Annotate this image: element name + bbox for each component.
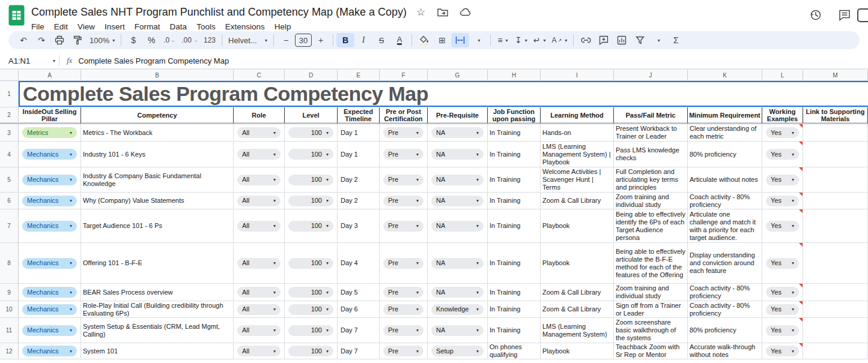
minimum-requirement-cell-r8[interactable]: Display understanding and conviction aro… bbox=[688, 243, 762, 284]
certification-dropdown-r3[interactable]: Pre▾ bbox=[380, 124, 428, 142]
certification-dropdown-r11[interactable]: Pre▾ bbox=[380, 318, 428, 343]
working-examples-dropdown-r5[interactable]: Yes▾ bbox=[762, 167, 803, 193]
header-cell-F[interactable]: Pre or Post Certification bbox=[380, 107, 428, 124]
pillar-dropdown-r11[interactable]: Mechanics▾ bbox=[19, 318, 81, 343]
supporting-materials-cell-r4[interactable] bbox=[803, 142, 868, 167]
certification-dropdown[interactable]: Pre▾ bbox=[383, 196, 423, 206]
column-header-G[interactable]: G bbox=[428, 70, 488, 81]
header-cell-E[interactable]: Expected Timeline bbox=[338, 107, 380, 124]
prerequisite-dropdown-r9[interactable]: NA▾ bbox=[428, 284, 488, 301]
supporting-materials-cell-r6[interactable] bbox=[803, 193, 868, 209]
name-box[interactable]: A1:N1▾ bbox=[8, 56, 59, 65]
header-cell-H[interactable]: Job Function upon passing bbox=[488, 107, 541, 124]
prerequisite-dropdown[interactable]: NA▾ bbox=[431, 149, 484, 160]
column-header-E[interactable]: E bbox=[338, 70, 380, 81]
row-header-9[interactable]: 9 bbox=[0, 284, 19, 301]
learning-method-cell-r3[interactable]: Hands-on bbox=[541, 124, 614, 142]
vertical-align-button[interactable]: ↧▾ bbox=[512, 33, 530, 47]
pass-fail-metric-cell-r7[interactable]: Being able to effectively identify the 6… bbox=[614, 209, 688, 243]
select-all-corner[interactable] bbox=[0, 70, 19, 81]
job-function-cell-r5[interactable]: In Training bbox=[488, 167, 541, 193]
expected-timeline-cell-r5[interactable]: Day 2 bbox=[338, 167, 380, 193]
pillar-dropdown[interactable]: Mechanics▾ bbox=[22, 149, 77, 160]
certification-dropdown-r9[interactable]: Pre▾ bbox=[380, 284, 428, 301]
prerequisite-dropdown-r7[interactable]: NA▾ bbox=[428, 209, 488, 243]
row-header-7[interactable]: 7 bbox=[0, 209, 19, 243]
learning-method-cell-r10[interactable]: Zoom & Call Library bbox=[541, 301, 614, 318]
column-header-D[interactable]: D bbox=[285, 70, 338, 81]
working-examples-dropdown[interactable]: Yes▾ bbox=[766, 149, 799, 160]
level-dropdown[interactable]: 100▾ bbox=[288, 175, 333, 185]
menu-help[interactable]: Help bbox=[270, 21, 296, 32]
minimum-requirement-cell-r4[interactable]: 80% proficiency bbox=[688, 142, 762, 167]
role-dropdown-r12[interactable]: All▾ bbox=[234, 343, 285, 359]
column-header-H[interactable]: H bbox=[488, 70, 541, 81]
prerequisite-dropdown[interactable]: NA▾ bbox=[431, 175, 484, 185]
prerequisite-dropdown-r11[interactable]: NA▾ bbox=[428, 318, 488, 343]
supporting-materials-cell-r3[interactable] bbox=[803, 124, 868, 142]
job-function-cell-r3[interactable]: In Training bbox=[488, 124, 541, 142]
pillar-dropdown[interactable]: Mechanics▾ bbox=[22, 304, 77, 315]
row-header-2[interactable]: 2 bbox=[0, 107, 19, 124]
pillar-dropdown[interactable]: Mechanics▾ bbox=[22, 196, 77, 206]
competency-cell-r8[interactable]: Offering 101 - B-F-E bbox=[81, 243, 234, 284]
column-header-F[interactable]: F bbox=[380, 70, 428, 81]
merge-cells-button[interactable] bbox=[451, 33, 469, 47]
document-title[interactable]: Complete Sales NHT Program Punchlist and… bbox=[31, 6, 407, 19]
move-to-folder-icon[interactable] bbox=[437, 8, 448, 17]
row-header-3[interactable]: 3 bbox=[0, 124, 19, 142]
row-header-10[interactable]: 10 bbox=[0, 301, 19, 318]
certification-dropdown[interactable]: Pre▾ bbox=[383, 258, 423, 269]
horizontal-align-button[interactable]: ≡▾ bbox=[494, 33, 512, 47]
prerequisite-dropdown-r4[interactable]: NA▾ bbox=[428, 142, 488, 167]
column-header-A[interactable]: A bbox=[19, 70, 81, 81]
working-examples-dropdown[interactable]: Yes▾ bbox=[766, 346, 799, 356]
row-header-6[interactable]: 6 bbox=[0, 193, 19, 209]
role-dropdown-r5[interactable]: All▾ bbox=[234, 167, 285, 193]
pass-fail-metric-cell-r4[interactable]: Pass LMS knowledge checks bbox=[614, 142, 688, 167]
increase-decimal-button[interactable]: .00→ bbox=[178, 33, 201, 47]
level-dropdown-r7[interactable]: 100▾ bbox=[285, 209, 338, 243]
competency-cell-r9[interactable]: BEAR Sales Process overview bbox=[81, 284, 234, 301]
job-function-cell-r11[interactable]: In Training bbox=[488, 318, 541, 343]
menu-insert[interactable]: Insert bbox=[100, 21, 130, 32]
expected-timeline-cell-r4[interactable]: Day 1 bbox=[338, 142, 380, 167]
level-dropdown-r5[interactable]: 100▾ bbox=[285, 167, 338, 193]
job-function-cell-r4[interactable]: In Training bbox=[488, 142, 541, 167]
minimum-requirement-cell-r12[interactable]: Accurate walk-through without notes bbox=[688, 343, 762, 359]
certification-dropdown[interactable]: Pre▾ bbox=[383, 149, 423, 160]
working-examples-dropdown[interactable]: Yes▾ bbox=[766, 304, 799, 315]
borders-button[interactable]: ⊞ bbox=[433, 33, 451, 47]
pillar-dropdown-r9[interactable]: Mechanics▾ bbox=[19, 284, 81, 301]
column-header-L[interactable]: L bbox=[762, 70, 803, 81]
learning-method-cell-r9[interactable]: Zoom & Call Library bbox=[541, 284, 614, 301]
pass-fail-metric-cell-r5[interactable]: Full Completion and articulating key ter… bbox=[614, 167, 688, 193]
level-dropdown-r10[interactable]: 100▾ bbox=[285, 301, 338, 318]
pillar-dropdown-r10[interactable]: Mechanics▾ bbox=[19, 301, 81, 318]
cloud-status-icon[interactable] bbox=[460, 8, 472, 16]
working-examples-dropdown[interactable]: Yes▾ bbox=[766, 258, 799, 269]
working-examples-dropdown-r6[interactable]: Yes▾ bbox=[762, 193, 803, 209]
level-dropdown[interactable]: 100▾ bbox=[288, 325, 333, 336]
competency-cell-r4[interactable]: Industry 101 - 6 Keys bbox=[81, 142, 234, 167]
learning-method-cell-r7[interactable]: Playbook bbox=[541, 209, 614, 243]
role-dropdown[interactable]: All▾ bbox=[237, 175, 281, 185]
job-function-cell-r12[interactable]: On phones qualifying bbox=[488, 343, 541, 359]
expected-timeline-cell-r9[interactable]: Day 5 bbox=[338, 284, 380, 301]
row-header-1[interactable]: 1 bbox=[0, 81, 19, 107]
working-examples-dropdown-r8[interactable]: Yes▾ bbox=[762, 243, 803, 284]
certification-dropdown-r12[interactable]: Pre▾ bbox=[380, 343, 428, 359]
supporting-materials-cell-r10[interactable] bbox=[803, 301, 868, 318]
column-header-K[interactable]: K bbox=[688, 70, 762, 81]
level-dropdown[interactable]: 100▾ bbox=[288, 287, 333, 298]
role-dropdown-r11[interactable]: All▾ bbox=[234, 318, 285, 343]
pillar-dropdown-r5[interactable]: Mechanics▾ bbox=[19, 167, 81, 193]
row-header-4[interactable]: 4 bbox=[0, 142, 19, 167]
role-dropdown-r3[interactable]: All▾ bbox=[234, 124, 285, 142]
expected-timeline-cell-r3[interactable]: Day 1 bbox=[338, 124, 380, 142]
certification-dropdown-r6[interactable]: Pre▾ bbox=[380, 193, 428, 209]
italic-button[interactable]: I bbox=[354, 33, 372, 47]
comments-icon[interactable] bbox=[838, 8, 851, 22]
supporting-materials-cell-r12[interactable] bbox=[803, 343, 868, 359]
pass-fail-metric-cell-r10[interactable]: Sign off from a Trainer or Leader bbox=[614, 301, 688, 318]
